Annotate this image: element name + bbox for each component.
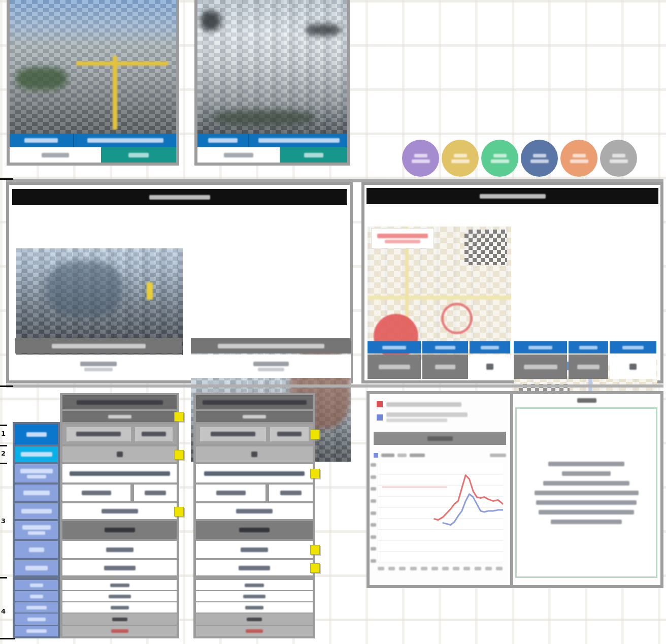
comparison-column-b[interactable] <box>193 393 315 638</box>
yellow-note-marker[interactable] <box>310 563 320 573</box>
map-1-table-cell-2[interactable] <box>422 355 468 379</box>
map-2-table-header-3 <box>610 341 656 353</box>
spreadsheet-report-canvas: 1 2 3 4 <box>0 0 666 644</box>
outline-number-3[interactable]: 3 <box>1 517 8 525</box>
photo-card-2[interactable] <box>194 0 350 166</box>
yellow-note-marker[interactable] <box>174 507 184 517</box>
footer-action-cell[interactable] <box>101 147 176 163</box>
map-1-table-header-3 <box>470 341 510 353</box>
table-cell-a-row-1[interactable] <box>60 395 179 409</box>
table-cell-a-row-6[interactable] <box>60 485 179 501</box>
title-bar-left-cell <box>10 134 74 147</box>
footer-value-cell[interactable] <box>10 147 101 163</box>
map-1-table-cell-1[interactable] <box>368 355 421 379</box>
table-cell-b-row-4[interactable] <box>193 446 315 462</box>
outline-number-1[interactable]: 1 <box>1 430 8 437</box>
opinion-panel <box>513 394 660 585</box>
row-header-14 <box>15 614 58 625</box>
table-cell-b-row-7[interactable] <box>193 503 315 519</box>
table-cell-a-row-7[interactable] <box>60 503 179 519</box>
row-header-11 <box>15 580 58 590</box>
map-1-table-cell-3[interactable] <box>470 355 510 379</box>
table-cell-a-row-15[interactable] <box>60 626 179 636</box>
row-header-5 <box>15 464 58 482</box>
table-cell-b-row-14[interactable] <box>193 614 315 625</box>
table-cell-b-row-1[interactable] <box>193 395 315 409</box>
map-2-table-cell-3[interactable] <box>610 355 656 379</box>
table-cell-a-row-8[interactable] <box>60 521 179 539</box>
photo-card-2-footer <box>197 147 347 163</box>
row-header-15 <box>15 626 58 636</box>
yellow-sign <box>147 282 153 300</box>
yellow-note-marker[interactable] <box>310 430 320 439</box>
map-2-table-cell-1[interactable] <box>514 355 567 379</box>
street-photos-panel <box>6 182 353 383</box>
table-cell-b-row-5[interactable] <box>193 464 315 482</box>
table-cell-a-row-4[interactable] <box>60 446 179 462</box>
yellow-note-marker[interactable] <box>174 412 184 422</box>
table-cell-b-row-8[interactable] <box>193 521 315 539</box>
table-cell-a-row-14[interactable] <box>60 614 179 625</box>
table-cell-b-row-11[interactable] <box>193 580 315 590</box>
map-2-table-header-2 <box>569 341 608 353</box>
map-1[interactable] <box>368 227 511 360</box>
row-header-9 <box>15 541 58 558</box>
table-cell-a-row-12[interactable] <box>60 591 179 601</box>
row-header-8 <box>15 521 58 539</box>
table-cell-b-row-6[interactable] <box>193 485 315 501</box>
table-cell-b-row-3[interactable] <box>193 424 315 444</box>
row-header-10 <box>15 560 58 575</box>
step-badge-5 <box>560 140 597 177</box>
tree-blob <box>213 110 314 125</box>
maps-panel-title-bar <box>367 188 658 204</box>
photo-card-1[interactable] <box>7 0 179 166</box>
table-cell-a-row-3[interactable] <box>60 424 179 444</box>
table-cell-a-row-11[interactable] <box>60 580 179 590</box>
yellow-note-marker[interactable] <box>174 450 184 460</box>
table-cell-a-row-9[interactable] <box>60 541 179 558</box>
chart-x-axis-ticks <box>378 567 503 570</box>
chart-legend-entry-2 <box>377 412 468 422</box>
street-photo-2-caption <box>191 338 351 353</box>
crane-boom <box>76 61 168 66</box>
footer-action-cell[interactable] <box>280 147 347 163</box>
table-cell-b-row-12[interactable] <box>193 591 315 601</box>
table-cell-a-row-13[interactable] <box>60 602 179 613</box>
table-cell-b-row-13[interactable] <box>193 602 315 613</box>
section-divider-2 <box>6 384 663 388</box>
photo-card-2-title-bar <box>197 134 347 147</box>
mini-blue-chip <box>374 453 378 458</box>
step-badge-3 <box>481 140 518 177</box>
dark-blob <box>201 11 221 31</box>
map-2-table-cell-2[interactable] <box>569 355 608 379</box>
table-cell-b-row-9[interactable] <box>193 541 315 558</box>
legend-blue-swatch <box>377 414 383 421</box>
dark-blob <box>306 24 341 36</box>
outline-number-2[interactable]: 2 <box>1 449 8 457</box>
table-cell-b-row-15[interactable] <box>193 626 315 636</box>
legend-red-swatch <box>377 401 383 407</box>
table-cell-a-row-5[interactable] <box>60 464 179 482</box>
street-photo-2-subcaption <box>191 355 351 378</box>
opinion-text-box <box>515 407 657 578</box>
opinion-title <box>513 394 660 406</box>
table-cell-a-row-10[interactable] <box>60 560 179 575</box>
title-bar-right-cell <box>250 134 347 147</box>
table-cell-b-row-10[interactable] <box>193 560 315 575</box>
chart-opinion-group <box>367 391 663 588</box>
map-road <box>368 296 511 300</box>
process-step-badges <box>402 140 637 177</box>
yellow-note-marker[interactable] <box>310 545 320 555</box>
row-header-column <box>13 422 60 638</box>
step-badge-6 <box>600 140 637 177</box>
outline-number-4[interactable]: 4 <box>1 607 8 615</box>
maps-panel <box>361 182 663 383</box>
title-bar-left-cell <box>197 134 249 147</box>
table-cell-a-row-2[interactable] <box>60 411 179 422</box>
table-cell-b-row-2[interactable] <box>193 411 315 422</box>
yellow-note-marker[interactable] <box>310 469 320 478</box>
street-panel-title-bar <box>12 189 347 205</box>
footer-value-cell[interactable] <box>197 147 280 163</box>
price-trend-chart-panel <box>370 394 510 585</box>
comparison-column-a[interactable] <box>60 393 179 638</box>
